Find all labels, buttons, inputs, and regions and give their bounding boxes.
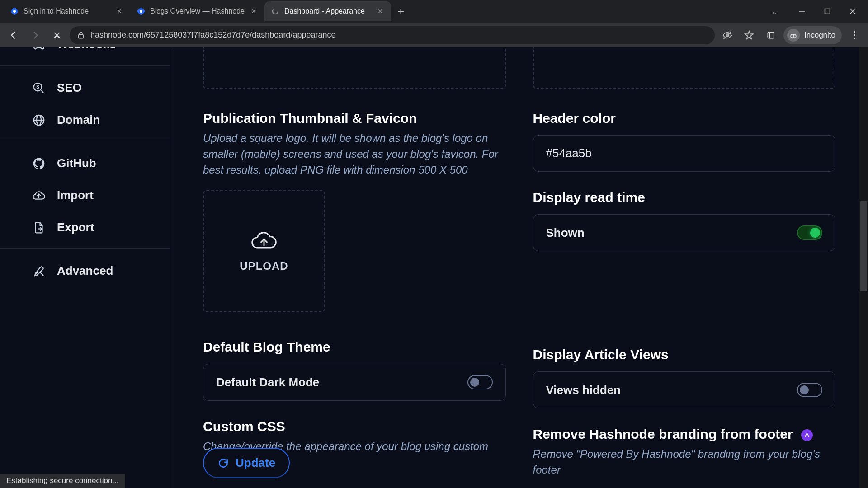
status-bar: Establishing secure connection... [0, 474, 125, 488]
update-button[interactable]: Update [203, 448, 290, 478]
kebab-menu-icon[interactable] [845, 26, 863, 44]
forward-button[interactable] [26, 26, 44, 44]
svg-point-1 [13, 10, 16, 13]
svg-point-23 [41, 47, 43, 49]
svg-rect-14 [768, 32, 774, 38]
toolbar: hashnode.com/6571258037f7fa8c152d7d7e/da… [0, 23, 868, 47]
svg-point-3 [140, 10, 142, 13]
svg-rect-15 [769, 32, 770, 38]
default-theme-toggle[interactable] [467, 375, 493, 389]
tab-title: Blogs Overview — Hashnode [150, 7, 245, 15]
svg-point-17 [793, 35, 796, 38]
close-icon[interactable]: × [115, 7, 124, 16]
close-icon[interactable]: × [376, 7, 385, 16]
close-icon[interactable]: × [249, 7, 258, 16]
svg-line-25 [41, 89, 43, 92]
remove-branding-desc: Remove "Powered By Hashnode" branding fr… [533, 446, 836, 478]
scrollbar-thumb[interactable] [860, 201, 867, 291]
sidebar-item-seo[interactable]: $ SEO [0, 72, 170, 104]
tab-title: Sign in to Hashnode [24, 7, 110, 15]
hashnode-favicon [137, 7, 146, 16]
header-color-title: Header color [533, 111, 836, 126]
tab-search-icon[interactable]: ⌄ [771, 6, 778, 17]
hashnode-favicon [10, 7, 19, 16]
read-time-toggle[interactable] [797, 225, 822, 240]
svg-rect-6 [825, 9, 830, 14]
bookmark-star-icon[interactable] [740, 26, 758, 44]
prev-upload-dropzone-right[interactable] [533, 47, 836, 89]
incognito-icon [787, 29, 800, 42]
url-text: hashnode.com/6571258037f7fa8c152d7d7e/da… [90, 30, 708, 40]
tools-icon [32, 264, 46, 278]
stop-reload-button[interactable] [48, 26, 66, 44]
read-time-card: Shown [533, 214, 836, 251]
globe-icon [32, 113, 46, 127]
close-window-button[interactable] [842, 2, 863, 20]
prev-upload-dropzone[interactable] [203, 47, 506, 89]
sidebar: Webhooks $ SEO Domain GitHub Import [0, 47, 170, 488]
header-color-input[interactable]: #54aa5b [533, 135, 836, 172]
refresh-icon [217, 457, 229, 469]
upload-label: UPLOAD [240, 260, 288, 272]
svg-point-20 [854, 38, 855, 39]
search-dollar-icon: $ [32, 81, 46, 95]
eye-off-icon[interactable] [718, 26, 736, 44]
update-button-label: Update [236, 456, 275, 470]
sidebar-item-domain[interactable]: Domain [0, 104, 170, 136]
pro-badge-icon [801, 429, 813, 441]
file-export-icon [32, 221, 46, 235]
custom-css-title: Custom CSS [203, 419, 506, 434]
sidebar-item-github[interactable]: GitHub [0, 147, 170, 179]
article-views-card: Views hidden [533, 371, 836, 408]
svg-point-22 [34, 47, 37, 49]
window-controls: ⌄ [771, 2, 868, 20]
article-views-toggle[interactable] [797, 383, 822, 397]
article-views-label: Views hidden [546, 383, 621, 397]
tab-bar: Sign in to Hashnode × Blogs Overview — H… [0, 0, 868, 23]
sidebar-item-webhooks[interactable]: Webhooks [0, 47, 170, 61]
incognito-label: Incognito [804, 31, 835, 40]
address-bar[interactable]: hashnode.com/6571258037f7fa8c152d7d7e/da… [70, 26, 715, 44]
sidebar-item-import[interactable]: Import [0, 179, 170, 211]
svg-point-19 [854, 34, 855, 36]
new-tab-button[interactable]: + [391, 5, 410, 19]
maximize-button[interactable] [816, 2, 838, 20]
github-icon [32, 156, 46, 171]
thumbnail-upload-dropzone[interactable]: UPLOAD [203, 190, 325, 312]
read-time-title: Display read time [533, 190, 836, 205]
cloud-upload-icon [250, 230, 278, 252]
default-theme-title: Default Blog Theme [203, 339, 506, 355]
browser-chrome: Sign in to Hashnode × Blogs Overview — H… [0, 0, 868, 47]
lock-icon [77, 31, 85, 39]
default-theme-card: Default Dark Mode [203, 364, 506, 401]
default-theme-label: Default Dark Mode [216, 375, 319, 389]
loading-favicon [271, 7, 280, 16]
tab-signin[interactable]: Sign in to Hashnode × [4, 1, 130, 21]
svg-point-18 [854, 31, 855, 33]
svg-text:$: $ [36, 84, 39, 89]
sidebar-item-advanced[interactable]: Advanced [0, 255, 170, 287]
cloud-upload-icon [32, 188, 46, 203]
incognito-profile[interactable]: Incognito [783, 26, 842, 44]
remove-branding-title: Remove Hashnode branding from footer [533, 427, 836, 442]
tab-dashboard-appearance[interactable]: Dashboard - Appearance × [264, 1, 391, 21]
scrollbar[interactable] [859, 47, 868, 488]
tab-blogs-overview[interactable]: Blogs Overview — Hashnode × [130, 1, 264, 21]
svg-point-16 [791, 35, 793, 38]
thumbnail-desc: Upload a square logo. It will be shown a… [203, 131, 506, 178]
article-views-title: Display Article Views [533, 347, 836, 362]
read-time-label: Shown [546, 226, 585, 240]
svg-rect-11 [79, 34, 84, 38]
main-content: Publication Thumbnail & Favicon Upload a… [170, 47, 868, 488]
minimize-button[interactable] [791, 2, 813, 20]
svg-point-4 [273, 9, 278, 14]
tab-title: Dashboard - Appearance [284, 7, 371, 15]
back-button[interactable] [5, 26, 23, 44]
sidebar-item-export[interactable]: Export [0, 211, 170, 244]
webhooks-icon [32, 47, 46, 52]
install-app-icon[interactable] [762, 26, 780, 44]
thumbnail-title: Publication Thumbnail & Favicon [203, 111, 506, 126]
